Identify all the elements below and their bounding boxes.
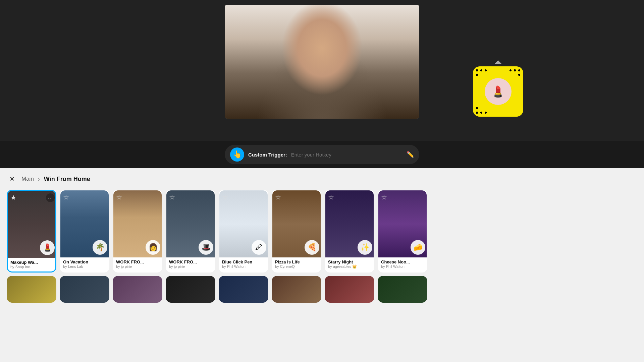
- lens-author: by Phil Walton: [222, 264, 265, 268]
- lens-preview-icon: 🧀: [411, 240, 425, 255]
- lens-info: WORK FRO... by jp pirie: [113, 257, 162, 271]
- lens-thumbnail: ☆ 🖊: [219, 190, 268, 257]
- lens-info: Cheese Noo... by Phil Walton: [378, 257, 427, 271]
- edit-icon[interactable]: ✏️: [407, 151, 414, 158]
- lens-thumbnail: ☆ 🧀: [378, 190, 427, 257]
- lens-name: Blue Click Pen: [222, 259, 265, 264]
- chevron-up-icon: [495, 60, 501, 64]
- lens-card-small[interactable]: [166, 276, 215, 303]
- lens-preview-icon: 🎩: [199, 240, 213, 255]
- lens-name: Pizza is Life: [275, 259, 318, 264]
- lens-card[interactable]: ☆ 🌴 On Vacation by Lens Lab: [60, 190, 109, 273]
- lens-author: by jp pirie: [116, 264, 159, 268]
- snapcode[interactable]: 💄: [473, 66, 523, 117]
- lens-thumbnail: ☆ 👩: [113, 190, 162, 257]
- camera-feed: [225, 5, 419, 119]
- lens-author: by jp pirie: [169, 264, 212, 268]
- lens-name: Makeup Wa...: [10, 260, 53, 265]
- lens-info: Starry Night by agreeables 👑: [325, 257, 374, 272]
- breadcrumb-main[interactable]: Main: [21, 176, 34, 182]
- lens-favorite-icon[interactable]: ☆: [222, 193, 228, 201]
- lens-author: by agreeables 👑: [328, 264, 371, 269]
- lens-name: On Vacation: [63, 259, 106, 264]
- lens-favorite-icon[interactable]: ☆: [169, 193, 175, 201]
- lens-author: by Snap Inc.: [10, 265, 53, 269]
- close-button[interactable]: ×: [7, 174, 17, 184]
- lens-info: Blue Click Pen by Phil Walton: [219, 257, 268, 271]
- lens-info: On Vacation by Lens Lab: [60, 257, 109, 271]
- lens-preview-icon: 🍕: [305, 240, 319, 255]
- lens-card[interactable]: ☆ 🍕 Pizza is Life by CyreneQ: [272, 190, 321, 273]
- lens-info: Pizza is Life by CyreneQ: [272, 257, 321, 271]
- snapcode-container: 💄: [473, 60, 523, 117]
- lens-name: Starry Night: [328, 259, 371, 264]
- trigger-hotkey-input[interactable]: [291, 152, 402, 158]
- lens-name: Cheese Noo...: [381, 259, 424, 264]
- lens-grid-row2: [7, 276, 637, 303]
- lens-card[interactable]: ☆ 👩 WORK FRO... by jp pirie: [113, 190, 162, 273]
- snapcode-inner-icon: 💄: [485, 78, 512, 105]
- lens-preview-icon: 👩: [146, 240, 160, 255]
- lens-preview-icon: 🌴: [93, 240, 107, 255]
- lens-more-icon[interactable]: ···: [46, 193, 55, 202]
- lens-info: WORK FRO... by jp pirie: [166, 257, 215, 271]
- lens-favorite-icon[interactable]: ★: [10, 193, 16, 201]
- lens-thumbnail: ☆ 🌴: [60, 190, 109, 257]
- camera-area: 💄: [0, 0, 644, 141]
- lens-grid-row1: ★ ··· 💄 Makeup Wa... by Snap Inc. ☆ 🌴 On…: [7, 190, 637, 273]
- lens-name: WORK FRO...: [169, 259, 212, 264]
- lens-picker: × Main › Win From Home ★ ··· 💄 Makeup Wa…: [0, 168, 644, 362]
- lens-card-small[interactable]: [113, 276, 162, 303]
- lens-card-small[interactable]: [325, 276, 374, 303]
- trigger-icon-wrapper[interactable]: 👆: [230, 147, 244, 162]
- lens-card-small[interactable]: [378, 276, 427, 303]
- breadcrumb: × Main › Win From Home: [7, 174, 637, 184]
- lens-preview-icon: ✨: [358, 240, 372, 255]
- breadcrumb-chevron-icon: ›: [38, 176, 40, 183]
- lens-card[interactable]: ★ ··· 💄 Makeup Wa... by Snap Inc.: [7, 190, 56, 273]
- lens-thumbnail: ★ ··· 💄: [8, 191, 56, 258]
- lens-preview-icon: 🖊: [252, 240, 266, 255]
- lens-favorite-icon[interactable]: ☆: [381, 193, 387, 201]
- lens-name: WORK FRO...: [116, 259, 159, 264]
- trigger-icon: 👆: [233, 150, 242, 159]
- lens-preview-icon: 💄: [40, 240, 55, 255]
- person-preview: [225, 5, 419, 119]
- lens-favorite-icon[interactable]: ☆: [328, 193, 334, 201]
- lens-card-small[interactable]: [60, 276, 109, 303]
- lens-thumbnail: ☆ ✨: [325, 190, 374, 257]
- camera-preview: [225, 5, 419, 119]
- lens-card[interactable]: ☆ 🧀 Cheese Noo... by Phil Walton: [378, 190, 427, 273]
- breadcrumb-current: Win From Home: [44, 176, 90, 183]
- trigger-inner: 👆 Custom Trigger: ✏️: [225, 145, 419, 164]
- lens-card-small[interactable]: [7, 276, 56, 303]
- lens-thumbnail: ☆ 🎩: [166, 190, 215, 257]
- lens-favorite-icon[interactable]: ☆: [275, 193, 281, 201]
- lens-thumbnail: ☆ 🍕: [272, 190, 321, 257]
- lens-author: by Phil Walton: [381, 264, 424, 268]
- lens-card-small[interactable]: [219, 276, 268, 303]
- lens-card[interactable]: ☆ ✨ Starry Night by agreeables 👑: [325, 190, 374, 273]
- lens-author: by Lens Lab: [63, 264, 106, 268]
- lens-card[interactable]: ☆ 🎩 WORK FRO... by jp pirie: [166, 190, 215, 273]
- lens-favorite-icon[interactable]: ☆: [63, 193, 69, 201]
- lens-author: by CyreneQ: [275, 264, 318, 268]
- trigger-bar: 👆 Custom Trigger: ✏️: [0, 141, 644, 168]
- lens-card[interactable]: ☆ 🖊 Blue Click Pen by Phil Walton: [219, 190, 268, 273]
- trigger-label: Custom Trigger:: [248, 152, 287, 158]
- lens-card-small[interactable]: [272, 276, 321, 303]
- lens-info: Makeup Wa... by Snap Inc.: [8, 258, 55, 272]
- lens-favorite-icon[interactable]: ☆: [116, 193, 122, 201]
